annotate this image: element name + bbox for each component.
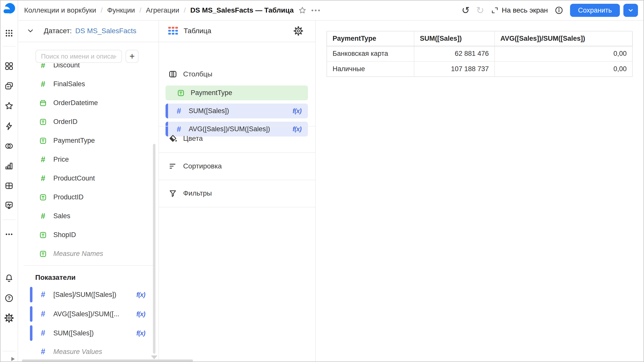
table-header-avg-sum-ratio: AVG([Sales])/SUM([Sales]) (494, 31, 632, 46)
redo-icon[interactable]: ↻ (476, 6, 484, 15)
field-name: OrderID (53, 118, 77, 126)
text-field-icon (39, 118, 47, 126)
filters-section[interactable]: Фильтры (168, 186, 212, 201)
section-divider (159, 126, 316, 126)
field-name: PaymentType (53, 137, 95, 145)
field-item-shopid[interactable]: ShopID (18, 225, 148, 244)
formula-icon[interactable]: f(x) (293, 107, 301, 115)
text-field-icon (177, 89, 185, 97)
table-row: Банковская карта 62 881 476 0,00 (327, 46, 632, 61)
save-options-button[interactable] (623, 4, 638, 17)
funnel-icon (168, 189, 178, 198)
field-name: Sales (53, 212, 70, 220)
columns-section-header: Столбцы (168, 67, 212, 82)
field-name: Measure Names (53, 250, 103, 258)
field-item-productcount[interactable]: # ProductCount (18, 169, 148, 188)
column-chip-sum-sales[interactable]: # SUM([Sales]) f(x) (166, 104, 308, 118)
table-row: Наличные 107 188 737 0,00 (327, 61, 632, 76)
cell-payment-type: Наличные (327, 62, 414, 76)
breadcrumb-collections[interactable]: Коллекции и воркбуки (24, 6, 96, 14)
vertical-scrollbar[interactable] (153, 144, 155, 354)
breadcrumb-aggregations[interactable]: Агрегации (146, 6, 179, 14)
settings-gear-icon[interactable] (1, 311, 18, 325)
number-field-icon: # (39, 155, 47, 164)
overlap-circles-icon[interactable] (1, 139, 18, 153)
favorite-star-icon[interactable] (298, 6, 307, 15)
cell-ratio: 0,00 (494, 62, 632, 76)
measure-accent-bar (166, 122, 168, 137)
formula-icon[interactable]: f(x) (136, 291, 145, 298)
apps-grid-icon[interactable] (1, 26, 18, 40)
breadcrumb-functions[interactable]: Функции (107, 6, 135, 14)
datalens-logo[interactable] (1, 2, 18, 16)
measures-section-title: Показатели (35, 274, 76, 282)
grid-squares-icon[interactable] (1, 59, 18, 73)
bar-chart-icon[interactable] (1, 159, 18, 173)
undo-icon[interactable]: ↺ (462, 6, 470, 15)
number-measure-icon: # (39, 347, 47, 356)
save-button[interactable]: Сохранить (570, 4, 620, 17)
field-item-orderid[interactable]: OrderID (18, 112, 148, 131)
info-icon[interactable] (554, 6, 564, 15)
lightning-icon[interactable] (1, 119, 18, 133)
field-name: ProductID (53, 193, 84, 201)
filters-label: Фильтры (183, 189, 212, 197)
search-input[interactable] (35, 50, 122, 63)
formula-icon[interactable]: f(x) (136, 310, 145, 318)
sorting-section[interactable]: Сортировка (168, 159, 222, 174)
fullscreen-button[interactable]: На весь экран (491, 6, 548, 14)
expand-sidebar-icon[interactable] (4, 352, 21, 362)
section-divider (159, 152, 316, 153)
sorting-label: Сортировка (183, 162, 222, 170)
field-item-measure-names[interactable]: Measure Names (18, 244, 148, 263)
topbar: Коллекции и воркбуки / Функции / Агрегац… (18, 1, 643, 21)
colors-section[interactable]: Цвета (168, 131, 203, 146)
column-chip-paymenttype[interactable]: PaymentType (166, 85, 308, 100)
datalens-logo-icon (3, 3, 15, 15)
bell-icon[interactable] (1, 271, 18, 285)
topbar-actions: ↺ ↻ На весь экран Сохранить (462, 1, 638, 20)
field-item-sales[interactable]: # Sales (18, 207, 148, 225)
formula-icon[interactable]: f(x) (293, 125, 301, 133)
formula-icon[interactable]: f(x) (136, 330, 145, 337)
measure-item-sum-sales[interactable]: # SUM([Sales]) f(x) (30, 325, 159, 341)
measure-accent-bar (30, 306, 32, 322)
add-field-button[interactable]: + (126, 50, 139, 63)
chart-type-selector[interactable]: Таблица (168, 20, 211, 42)
measure-item-measure-values[interactable]: # Measure Values (30, 344, 159, 359)
field-item-orderdatetime[interactable]: OrderDatetime (18, 94, 148, 112)
chart-settings-gear-icon[interactable] (293, 26, 304, 37)
dataset-selector[interactable]: Датасет: DS MS_SalesFacts (18, 20, 159, 42)
number-measure-icon: # (175, 107, 183, 116)
chip-label: SUM([Sales]) (189, 107, 229, 115)
number-measure-icon: # (39, 290, 47, 299)
expand-icon (491, 6, 499, 14)
sort-lines-icon (168, 161, 178, 171)
measure-name: Measure Values (53, 348, 102, 356)
number-measure-icon: # (39, 329, 47, 338)
field-item-paymenttype[interactable]: PaymentType (18, 131, 148, 150)
measure-name: AVG([Sales])/SUM([... (53, 310, 119, 318)
left-rail: ? (1, 1, 18, 361)
help-icon[interactable]: ? (1, 291, 18, 305)
table-grid-icon[interactable] (1, 179, 18, 193)
monitor-pulse-icon[interactable] (1, 198, 18, 212)
horizontal-scrollbar[interactable] (22, 359, 193, 362)
field-item-productid[interactable]: ProductID (18, 188, 148, 207)
table-header-sum-sales: SUM([Sales]) (414, 31, 494, 46)
field-item-price[interactable]: # Price (18, 150, 148, 169)
star-icon[interactable] (1, 99, 18, 113)
rail-divider (3, 46, 16, 47)
dataset-name-link[interactable]: DS MS_SalesFacts (75, 27, 136, 35)
scroll-down-icon[interactable] (151, 355, 157, 359)
measure-item-sales-sum-ratio[interactable]: # [Sales]/SUM([Sales]) f(x) (30, 287, 159, 302)
more-actions-icon[interactable]: ••• (311, 7, 321, 14)
field-item-finalsales[interactable]: # FinalSales (18, 75, 148, 94)
folders-icon[interactable] (1, 79, 18, 93)
more-dots-icon[interactable] (1, 227, 18, 241)
columns-label: Столбцы (183, 70, 212, 78)
breadcrumb-separator: / (139, 6, 141, 14)
section-divider (24, 265, 154, 266)
section-divider (159, 180, 316, 180)
measure-item-avg-sum-ratio[interactable]: # AVG([Sales])/SUM([... f(x) (30, 306, 159, 322)
